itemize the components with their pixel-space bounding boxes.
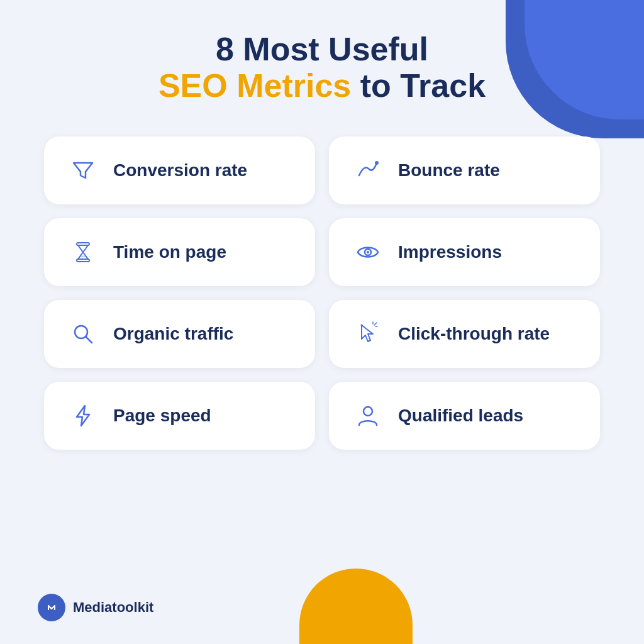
- title-orange: SEO Metrics: [158, 67, 351, 104]
- impressions-label: Impressions: [398, 242, 502, 262]
- title-dark: to Track: [351, 67, 486, 104]
- organic-traffic-label: Organic traffic: [113, 324, 233, 344]
- metric-card-conversion-rate: Conversion rate: [44, 136, 315, 204]
- svg-point-11: [364, 407, 372, 416]
- bounce-rate-label: Bounce rate: [398, 160, 500, 180]
- metric-card-organic-traffic: Organic traffic: [44, 300, 315, 368]
- logo-icon: [44, 600, 59, 615]
- click-through-rate-label: Click-through rate: [398, 324, 550, 344]
- svg-rect-2: [77, 259, 89, 262]
- hourglass-icon: [67, 236, 99, 269]
- svg-point-4: [367, 251, 369, 253]
- page-title: 8 Most Useful SEO Metrics to Track: [158, 31, 486, 105]
- person-icon: [352, 399, 384, 432]
- metric-card-page-speed: Page speed: [44, 382, 315, 450]
- eye-icon: [352, 236, 384, 269]
- cursor-icon: [352, 318, 384, 350]
- funnel-icon: [67, 154, 99, 187]
- main-content: 8 Most Useful SEO Metrics to Track Conve…: [0, 0, 644, 644]
- metrics-grid: Conversion rate Bounce rate: [44, 136, 600, 450]
- metric-card-time-on-page: Time on page: [44, 218, 315, 286]
- time-on-page-label: Time on page: [113, 242, 226, 262]
- logo-area: Mediatoolkit: [38, 594, 153, 621]
- conversion-rate-label: Conversion rate: [113, 160, 247, 180]
- svg-point-7: [361, 324, 363, 326]
- title-line1: 8 Most Useful: [158, 31, 486, 67]
- metric-card-qualified-leads: Qualified leads: [329, 382, 600, 450]
- svg-point-12: [45, 601, 58, 614]
- lightning-icon: [67, 399, 99, 432]
- svg-rect-1: [77, 243, 89, 245]
- qualified-leads-label: Qualified leads: [398, 406, 523, 426]
- svg-point-0: [375, 161, 379, 165]
- logo-circle: [38, 594, 65, 621]
- metric-card-bounce-rate: Bounce rate: [329, 136, 600, 204]
- metric-card-impressions: Impressions: [329, 218, 600, 286]
- bounce-icon: [352, 154, 384, 187]
- svg-line-6: [86, 336, 92, 343]
- title-line2: SEO Metrics to Track: [158, 67, 486, 105]
- page-speed-label: Page speed: [113, 406, 211, 426]
- search-icon: [67, 318, 99, 350]
- logo-text: Mediatoolkit: [73, 599, 153, 616]
- metric-card-click-through-rate: Click-through rate: [329, 300, 600, 368]
- svg-line-8: [374, 323, 377, 325]
